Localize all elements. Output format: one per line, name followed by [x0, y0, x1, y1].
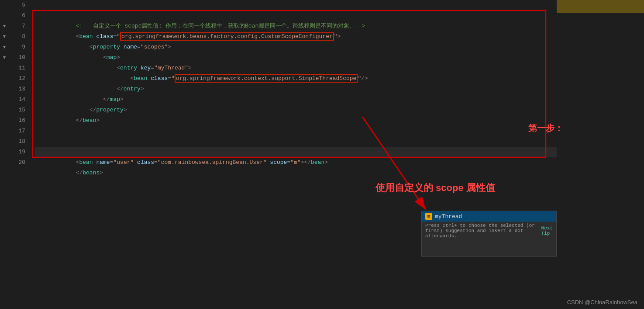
code-line-5 — [35, 0, 557, 10]
line-numbers: 5 6 7 8 9 10 11 12 13 14 15 16 17 18 19 … — [9, 0, 31, 309]
minimap — [557, 0, 644, 309]
fold-line-18 — [0, 136, 9, 147]
code-line-16 — [35, 115, 557, 126]
autocomplete-item-label: myThread — [435, 213, 462, 220]
next-tip-button[interactable]: Next Tip — [541, 226, 553, 236]
line-num-10: 10 — [9, 52, 31, 63]
code-area[interactable]: <!-- 自定义一个 scope属性值: 作用：在同一个线程中，获取的Bean都… — [31, 0, 557, 309]
code-line-13: </map> — [35, 84, 557, 94]
line-num-18: 18 — [9, 136, 31, 147]
fold-gutter: ▼ ▼ ▼ ▼ — [0, 0, 9, 309]
fold-line-10: ▼ — [0, 52, 9, 63]
fold-line-14 — [0, 94, 9, 105]
fold-line-16 — [0, 115, 9, 126]
fold-line-12 — [0, 73, 9, 84]
code-line-6: <!-- 自定义一个 scope属性值: 作用：在同一个线程中，获取的Bean都… — [35, 10, 557, 21]
line-num-17: 17 — [9, 126, 31, 136]
code-line-10: <entry key="myThread"> — [35, 52, 557, 63]
watermark: CSDN @ChinaRainbowSea — [567, 299, 637, 306]
line-num-19: 19 — [9, 147, 31, 157]
fold-line-8: ▼ — [0, 31, 9, 42]
line-num-13: 13 — [9, 84, 31, 94]
code-line-15: </bean> — [35, 105, 557, 115]
autocomplete-item-icon: m — [425, 213, 432, 220]
code-line-19: <bean name="user" class="com.rainbowsea.… — [35, 147, 557, 157]
code-line-14: </property> — [35, 94, 557, 105]
line-num-14: 14 — [9, 94, 31, 105]
fold-line-6 — [0, 10, 9, 21]
line-num-5: 5 — [9, 0, 31, 10]
line-num-6: 6 — [9, 10, 31, 21]
code-line-11: <bean class="org.springframework.context… — [35, 63, 557, 73]
right-sidebar — [557, 0, 644, 309]
code-line-12: </entry> — [35, 73, 557, 84]
fold-line-20 — [0, 157, 9, 168]
code-line-7: <bean class="org.springframework.beans.f… — [35, 21, 557, 31]
minimap-highlight — [557, 0, 644, 13]
fold-line-9: ▼ — [0, 42, 9, 52]
fold-line-5 — [0, 0, 9, 10]
line-num-11: 11 — [9, 63, 31, 73]
line-num-8: 8 — [9, 31, 31, 42]
code-lines: <!-- 自定义一个 scope属性值: 作用：在同一个线程中，获取的Bean都… — [31, 0, 557, 309]
line-num-20: 20 — [9, 157, 31, 168]
fold-line-13 — [0, 84, 9, 94]
editor-container: ▼ ▼ ▼ ▼ 5 6 7 8 9 10 11 12 13 14 15 16 1… — [0, 0, 644, 309]
code-line-18 — [35, 136, 557, 147]
code-line-20: </beans> — [35, 157, 557, 168]
autocomplete-item-mythread[interactable]: m myThread — [422, 211, 556, 222]
line-num-15: 15 — [9, 105, 31, 115]
fold-line-17 — [0, 126, 9, 136]
autocomplete-popup[interactable]: m myThread Press Ctrl+ to choose the sel… — [421, 211, 557, 257]
line-num-7: 7 — [9, 21, 31, 31]
code-line-9: <map> — [35, 42, 557, 52]
fold-line-7: ▼ — [0, 21, 9, 31]
fold-line-15 — [0, 105, 9, 115]
autocomplete-hint: Press Ctrl+ to choose the selected (or f… — [422, 222, 556, 240]
fold-line-11 — [0, 63, 9, 73]
autocomplete-hint-text: Press Ctrl+ to choose the selected (or f… — [425, 223, 540, 239]
code-line-8: <property name="scopes"> — [35, 31, 557, 42]
code-line-17 — [35, 126, 557, 136]
fold-line-19 — [0, 147, 9, 157]
line-num-16: 16 — [9, 115, 31, 126]
line-num-12: 12 — [9, 73, 31, 84]
line-num-9: 9 — [9, 42, 31, 52]
